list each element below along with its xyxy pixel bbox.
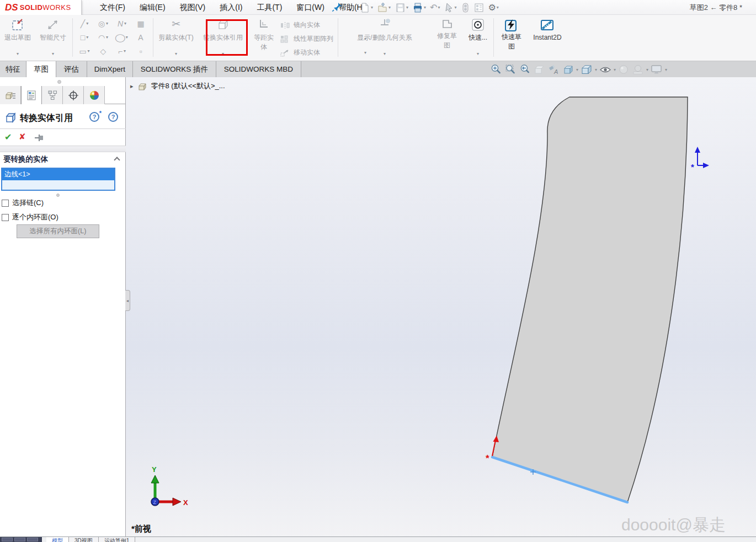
- section-view-icon[interactable]: [533, 63, 546, 76]
- display-style-caret[interactable]: ▾: [595, 67, 597, 72]
- listbox-resize-handle[interactable]: [56, 194, 60, 197]
- display-style-icon[interactable]: [580, 63, 593, 76]
- smart-dimension-button[interactable]: 智能尺寸 ▾: [35, 15, 71, 61]
- tab-features[interactable]: 特征: [0, 61, 26, 78]
- undo-icon[interactable]: ↶▾: [430, 2, 440, 13]
- point-tool[interactable]: ▫: [131, 44, 150, 58]
- select-cursor-icon[interactable]: ▾: [444, 2, 456, 13]
- menu-insert[interactable]: 插入(I): [212, 0, 249, 15]
- zoom-area-icon[interactable]: [504, 63, 517, 76]
- open-file-icon[interactable]: ▾: [377, 2, 391, 13]
- tab-sketch[interactable]: 草图: [26, 61, 56, 78]
- tab-solidworks-addins[interactable]: SOLIDWORKS 插件: [133, 61, 216, 78]
- select-all-inner-loops-button[interactable]: 选择所有内环面(L): [17, 224, 99, 238]
- panel-splitter-grip[interactable]: ◂: [125, 290, 130, 311]
- print-caret[interactable]: ▾: [424, 5, 426, 10]
- edit-appearance-icon[interactable]: [617, 63, 630, 76]
- display-states-icon[interactable]: [461, 2, 470, 13]
- part-face[interactable]: [492, 97, 688, 502]
- new-document-caret[interactable]: ▾: [371, 5, 373, 10]
- menu-view[interactable]: 视图(V): [173, 0, 213, 15]
- menu-file[interactable]: 文件(F): [93, 0, 132, 15]
- display-delete-relations-caret[interactable]: ▾: [340, 51, 429, 56]
- settings-caret[interactable]: ▾: [497, 5, 499, 10]
- fillet-tool[interactable]: ⌐▾: [113, 44, 131, 58]
- view-orientation-icon[interactable]: [562, 63, 574, 76]
- view-settings-caret[interactable]: ▾: [665, 67, 667, 72]
- tab-property-manager[interactable]: [21, 86, 42, 104]
- ellipse-caret[interactable]: ▾: [126, 35, 128, 40]
- tab-configuration-manager[interactable]: [42, 86, 63, 104]
- view-settings-icon[interactable]: [650, 63, 663, 76]
- tab-dimxpert-manager[interactable]: [63, 86, 84, 104]
- selected-entity-item[interactable]: 边线<1>: [2, 169, 114, 180]
- spline-tool[interactable]: N▾: [113, 17, 131, 30]
- tab-motion-study[interactable]: 运动算例1: [99, 537, 136, 542]
- display-delete-relations-button[interactable]: 显示/删除几何关系 ▾: [340, 15, 429, 61]
- tab-evaluate[interactable]: 评估: [56, 61, 87, 78]
- exit-sketch-caret[interactable]: ▾: [1, 51, 34, 56]
- pin-menu-icon[interactable]: [332, 2, 342, 14]
- text-tool[interactable]: A: [131, 30, 150, 44]
- panel-collapse-handle[interactable]: [57, 80, 61, 84]
- spline-caret[interactable]: ▾: [124, 21, 126, 26]
- previous-view-icon[interactable]: [519, 63, 531, 76]
- circle-tool[interactable]: ◎▾: [94, 17, 113, 30]
- tab-feature-manager-tree[interactable]: [0, 86, 21, 104]
- rectangle-tool[interactable]: □▾: [75, 30, 94, 44]
- empty-list-row[interactable]: [2, 180, 114, 192]
- line-tool[interactable]: ╱▾: [75, 17, 94, 30]
- line-caret[interactable]: ▾: [86, 21, 88, 26]
- exit-sketch-button[interactable]: 退出草图 ▾: [1, 15, 34, 61]
- apply-scene-icon[interactable]: [632, 63, 645, 76]
- save-icon[interactable]: ▾: [395, 2, 408, 13]
- arc-tool[interactable]: ◠▾: [94, 30, 113, 44]
- smart-dimension-caret[interactable]: ▾: [35, 51, 71, 56]
- polygon-tool[interactable]: ◇: [94, 44, 113, 58]
- circle-caret[interactable]: ▾: [106, 21, 108, 26]
- command-list-icon[interactable]: [473, 2, 485, 13]
- annotation-view-icon[interactable]: A: [547, 63, 560, 76]
- ok-button[interactable]: ✔: [4, 132, 12, 142]
- tab-display-manager[interactable]: [84, 86, 105, 104]
- print-icon[interactable]: ▾: [412, 2, 426, 13]
- graphics-viewport[interactable]: ▸ 零件8 (默认<<默认>_... * * Y: [126, 77, 756, 542]
- instant2d-button[interactable]: Instant2D: [528, 15, 567, 61]
- tab-3d-views[interactable]: 3D视图: [69, 537, 99, 542]
- offset-entities-button[interactable]: 等距实体: [249, 15, 278, 61]
- tab-dimxpert[interactable]: DimXpert: [87, 61, 133, 78]
- tab-model[interactable]: 模型: [46, 537, 69, 542]
- apply-scene-caret[interactable]: ▾: [646, 67, 648, 72]
- hide-show-items-caret[interactable]: ▾: [614, 67, 616, 72]
- zoom-fit-icon[interactable]: [490, 63, 503, 76]
- help-whatsnew-icon[interactable]: ?*: [89, 112, 99, 122]
- rapid-sketch-button[interactable]: 快速草图: [496, 15, 528, 61]
- trim-entities-caret[interactable]: ▾: [156, 51, 196, 56]
- sketch-grid-tool[interactable]: ▦: [131, 17, 150, 30]
- select-chain-checkbox[interactable]: [2, 200, 9, 207]
- undo-caret[interactable]: ▾: [438, 5, 440, 10]
- menu-window[interactable]: 窗口(W): [289, 0, 332, 15]
- hide-show-items-icon[interactable]: [599, 63, 612, 76]
- section-collapse-chevron[interactable]: [114, 157, 120, 163]
- quick-snaps-button[interactable]: 快速... ▾: [464, 15, 492, 61]
- select-caret[interactable]: ▾: [454, 5, 456, 10]
- ellipse-tool[interactable]: ◯▾: [113, 30, 131, 44]
- tab-solidworks-mbd[interactable]: SOLIDWORKS MBD: [216, 61, 301, 78]
- trim-entities-button[interactable]: ✂ 剪裁实体(T) ▾: [156, 15, 196, 61]
- keep-visible-pin-icon[interactable]: [34, 133, 45, 142]
- help-icon[interactable]: ?: [108, 112, 118, 122]
- cancel-button[interactable]: ✘: [19, 132, 26, 142]
- settings-gear-icon[interactable]: ⚙▾: [488, 2, 499, 13]
- quick-snaps-caret[interactable]: ▾: [464, 51, 492, 56]
- slot-caret[interactable]: ▾: [88, 49, 90, 53]
- menu-tools[interactable]: 工具(T): [249, 0, 289, 15]
- view-orientation-caret[interactable]: ▾: [576, 67, 578, 72]
- selection-listbox[interactable]: 边线<1>: [1, 168, 115, 191]
- new-document-icon[interactable]: ▾: [359, 2, 373, 13]
- arc-caret[interactable]: ▾: [106, 35, 108, 40]
- repair-sketch-button[interactable]: 修复草图: [432, 15, 462, 61]
- menu-edit[interactable]: 编辑(E): [132, 0, 173, 15]
- fillet-caret[interactable]: ▾: [124, 49, 126, 53]
- save-caret[interactable]: ▾: [406, 5, 408, 10]
